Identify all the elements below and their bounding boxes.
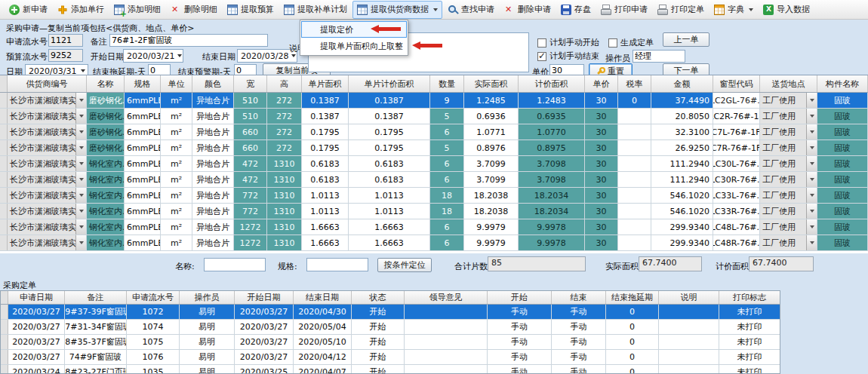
chevron-down-icon[interactable] (75, 140, 86, 155)
toolbar-button[interactable]: 导入数据 (759, 1, 814, 19)
table-row[interactable]: 长沙市潇湘玻璃实..钢化室内..6mmPLE..m²异地合片127213101.… (0, 219, 868, 235)
filter-name-input[interactable] (204, 258, 266, 271)
table-cell: 510 (234, 93, 267, 108)
toolbar-button[interactable]: 打印定单 (653, 1, 709, 19)
table-cell: 0.6183 (349, 172, 430, 187)
table-cell: 6mmPLE.. (125, 109, 161, 124)
table-row[interactable]: 2020/03/2788#35-37F窗固玻1075易明2020/03/2720… (1, 335, 780, 350)
table-row[interactable]: 长沙市潇湘玻璃实..钢化室内..6mmPLE..m²异地合片47213100.6… (0, 156, 868, 172)
table-cell (618, 219, 651, 235)
chevron-down-icon[interactable] (75, 156, 86, 171)
table-cell: 钢化室内.. (87, 235, 125, 250)
chevron-down-icon[interactable] (806, 93, 817, 108)
table-cell: 易明 (180, 335, 235, 349)
toolbar-button[interactable]: 新申请 (5, 1, 52, 19)
chevron-down-icon[interactable] (806, 172, 817, 187)
table-cell: 20.8050 (651, 109, 713, 124)
chevron-down-icon[interactable] (806, 124, 817, 139)
chevron-down-icon[interactable] (806, 156, 817, 171)
toolbar-button[interactable]: 字典 (709, 1, 758, 19)
toolbar-button[interactable]: 添加单行 (53, 1, 109, 19)
toolbar-button[interactable]: 提取供货商数据 (352, 1, 442, 19)
chevron-down-icon[interactable] (806, 219, 817, 235)
chevron-down-icon[interactable] (806, 204, 817, 219)
table-row[interactable]: 长沙市潇湘玻璃实..磨砂钢化..6mmPLE..m²异地合片5102720.13… (0, 93, 868, 109)
combo-value: 工厂使用 (760, 127, 796, 138)
plan-manual-start-checkbox[interactable]: 计划手动开始 (537, 37, 599, 48)
toolbar-button[interactable]: 删除明细 (166, 1, 222, 19)
serial-input[interactable] (48, 34, 83, 47)
chevron-down-icon[interactable] (75, 93, 86, 108)
table-cell: 固玻 (817, 235, 868, 250)
toolbar-button[interactable]: 存盘 (556, 1, 596, 19)
table-row[interactable]: 长沙市潇湘玻璃实..钢化室内..6mmPLE..m²异地合片47213100.6… (0, 172, 868, 188)
table-cell: 1272 (234, 219, 267, 235)
end-date-combo[interactable]: 2020/03/28 (237, 49, 297, 63)
table-row[interactable]: 长沙市潇湘玻璃实..钢化室内..6mmPLE..m²异地合片127213101.… (0, 235, 868, 251)
column-header: 颜色 (192, 75, 234, 92)
table-cell: 546.1020 (651, 204, 713, 219)
table-row[interactable]: 2020/03/2774#9F窗固玻1076易明2020/03/272020/0… (1, 350, 780, 365)
chevron-down-icon[interactable] (75, 124, 86, 139)
chevron-down-icon[interactable] (75, 235, 86, 250)
plan-manual-end-checkbox[interactable]: 计划手动结束 (537, 51, 599, 62)
chevron-down-icon[interactable] (75, 219, 86, 235)
operator-input[interactable] (633, 50, 685, 63)
menu-item[interactable]: 提取单片面积向上取整 (301, 38, 407, 54)
total-pieces-label: 合计片数 (454, 261, 488, 272)
table-cell: 3.7099 (464, 156, 519, 171)
previous-order-button[interactable]: 上一单 (663, 32, 709, 47)
table-row[interactable]: 长沙市潇湘玻璃实..钢化室内..6mmPLE..m²异地合片77213101.0… (0, 188, 868, 204)
toolbar-button[interactable]: 添加明细 (109, 1, 165, 19)
table-cell: 1075 (127, 335, 180, 349)
menu-item[interactable]: 提取定价 (301, 21, 407, 38)
toolbar-button[interactable]: 提取补单计划 (279, 1, 352, 19)
toolbar-button[interactable]: 查找申请 (443, 1, 499, 19)
table-cell: 易明 (180, 305, 235, 319)
toolbar-button[interactable]: 打印申请 (596, 1, 652, 19)
generate-order-checkbox[interactable]: 生成定单 (608, 37, 654, 48)
chevron-down-icon (433, 8, 438, 11)
chevron-down-icon[interactable] (806, 140, 817, 155)
chevron-down-icon[interactable] (806, 109, 817, 124)
extract-supplier-dropdown-menu: 提取定价提取单片面积向上取整 (300, 20, 408, 56)
filter-spec-input[interactable] (306, 258, 368, 271)
table-cell: 长沙市潇湘玻璃实.. (8, 93, 87, 108)
table-cell: 2020/03/27 (8, 335, 65, 349)
remark-input[interactable] (109, 34, 268, 47)
table-row[interactable]: 长沙市潇湘玻璃实..磨砂钢化..6mmPLE..m²异地合片6602720.17… (0, 124, 868, 140)
operator-label: 操作员 (605, 53, 630, 64)
table-row[interactable]: 长沙市潇湘玻璃实..钢化室内..6mmPLE..m²异地合片77213101.0… (0, 204, 868, 219)
table-row[interactable]: 2020/03/2787#31-34F窗固玻1074易明2020/03/2720… (1, 320, 780, 335)
table-cell: 长沙市潇湘玻璃实.. (8, 109, 87, 124)
table-cell: 0.1795 (349, 140, 430, 155)
table-row[interactable]: 2020/03/2488#23-27F门页玻1035易明2020/03/2520… (1, 365, 780, 374)
locate-by-condition-button[interactable]: 按条件定位 (377, 258, 432, 272)
table-row[interactable]: 长沙市潇湘玻璃实..磨砂钢化..6mmPLE..m²异地合片5102720.13… (0, 109, 868, 124)
table-row[interactable]: 2020/03/2789#37-39F窗固玻1072易明2020/03/2720… (1, 305, 780, 320)
chevron-down-icon[interactable] (75, 109, 86, 124)
chevron-down-icon (749, 8, 753, 11)
toolbar-button[interactable]: 提取预算 (223, 1, 279, 19)
table-cell: 固玻 (817, 188, 868, 203)
toolbar-button[interactable]: 删除申请 (500, 1, 556, 19)
remark-label: 备注 (91, 36, 107, 48)
table-cell: m² (161, 140, 192, 155)
chevron-down-icon[interactable] (75, 188, 86, 203)
table-cell: 固玻 (817, 124, 868, 139)
priced-area-label: 计价面积 (716, 261, 749, 272)
chevron-down-icon[interactable] (806, 188, 817, 203)
table-cell: 9.9979 (464, 235, 519, 250)
table-cell (405, 305, 488, 319)
red-arrow-annotation (371, 25, 402, 33)
chevron-down-icon[interactable] (806, 235, 817, 250)
table-cell: 30 (585, 140, 618, 155)
chevron-down-icon[interactable] (75, 204, 86, 219)
start-date-combo[interactable]: 2020/03/21 (123, 49, 183, 63)
chevron-down-icon[interactable] (75, 172, 86, 187)
table-cell: 手动 (552, 320, 606, 334)
budget-input[interactable] (48, 49, 83, 62)
column-header: 开始 (488, 291, 552, 304)
combo-value: 工厂使用 (760, 174, 796, 185)
table-row[interactable]: 长沙市潇湘玻璃实..磨砂钢化..6mmPLE..m²异地合片6602720.17… (0, 140, 868, 156)
